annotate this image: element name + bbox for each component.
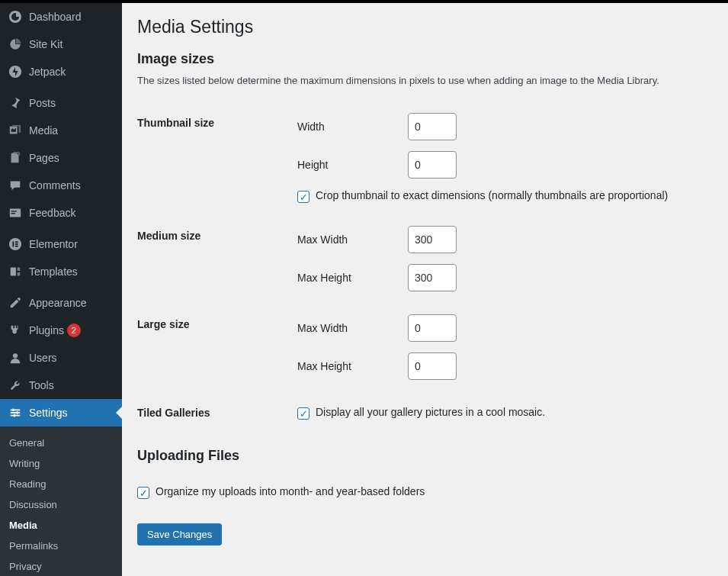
sidebar-item-posts[interactable]: Posts bbox=[0, 89, 122, 117]
organize-uploads-checkbox[interactable]: ✓ Organize my uploads into month- and ye… bbox=[137, 485, 713, 499]
sidebar-item-jetpack[interactable]: Jetpack bbox=[0, 58, 122, 85]
pages-icon bbox=[8, 150, 23, 166]
tiled-galleries-checkbox[interactable]: ✓ Display all your gallery pictures in a… bbox=[297, 406, 705, 420]
large-height-label: Max Height bbox=[297, 360, 408, 372]
sidebar-item-templates[interactable]: Templates bbox=[0, 258, 122, 285]
medium-heading: Medium size bbox=[137, 214, 290, 303]
sidebar-item-users[interactable]: Users bbox=[0, 344, 122, 372]
svg-rect-3 bbox=[11, 213, 15, 214]
templates-icon bbox=[8, 264, 23, 279]
large-width-input[interactable] bbox=[408, 314, 457, 342]
sidebar-item-appearance[interactable]: Appearance bbox=[0, 289, 122, 317]
admin-sidebar: Dashboard Site Kit Jetpack Posts Media P… bbox=[0, 0, 122, 576]
tiled-galleries-label: Display all your gallery pictures in a c… bbox=[316, 406, 545, 418]
submenu-privacy[interactable]: Privacy bbox=[0, 556, 122, 576]
checkbox-icon: ✓ bbox=[297, 191, 309, 203]
svg-rect-15 bbox=[14, 414, 15, 417]
svg-rect-14 bbox=[17, 411, 18, 414]
tools-icon bbox=[8, 378, 23, 393]
save-changes-button[interactable]: Save Changes bbox=[137, 523, 222, 545]
sidebar-label: Media bbox=[29, 124, 58, 137]
sidebar-item-plugins[interactable]: Plugins 2 bbox=[0, 317, 122, 344]
settings-icon bbox=[8, 405, 23, 420]
thumbnail-height-label: Height bbox=[297, 159, 408, 171]
sidebar-label: Appearance bbox=[29, 296, 87, 310]
thumbnail-height-input[interactable] bbox=[408, 151, 457, 179]
large-height-input[interactable] bbox=[408, 352, 457, 380]
sidebar-label: Feedback bbox=[29, 206, 75, 220]
page-title: Media Settings bbox=[137, 17, 713, 37]
svg-rect-13 bbox=[12, 409, 14, 412]
large-heading: Large size bbox=[137, 303, 290, 391]
large-width-label: Max Width bbox=[297, 322, 408, 334]
svg-rect-2 bbox=[11, 211, 17, 211]
form-table: Thumbnail size Width Height ✓ Crop thumb… bbox=[137, 101, 713, 434]
thumbnail-width-input[interactable] bbox=[408, 113, 457, 140]
svg-rect-8 bbox=[15, 246, 18, 247]
medium-width-input[interactable] bbox=[408, 226, 457, 253]
sitekit-icon bbox=[8, 37, 23, 52]
settings-submenu: General Writing Reading Discussion Media… bbox=[0, 426, 122, 576]
submenu-reading[interactable]: Reading bbox=[0, 474, 122, 494]
users-icon bbox=[8, 350, 23, 365]
pin-icon bbox=[8, 95, 23, 111]
medium-width-label: Max Width bbox=[297, 233, 408, 246]
submenu-discussion[interactable]: Discussion bbox=[0, 494, 122, 515]
content-area: Media Settings Image sizes The sizes lis… bbox=[122, 0, 728, 576]
submenu-permalinks[interactable]: Permalinks bbox=[0, 536, 122, 556]
image-sizes-description: The sizes listed below determine the max… bbox=[137, 75, 713, 86]
comments-icon bbox=[8, 178, 23, 193]
sidebar-item-elementor[interactable]: Elementor bbox=[0, 230, 122, 258]
organize-uploads-label: Organize my uploads into month- and year… bbox=[156, 485, 425, 497]
medium-height-label: Max Height bbox=[297, 272, 408, 284]
thumbnail-crop-checkbox[interactable]: ✓ Crop thumbnail to exact dimensions (no… bbox=[297, 189, 705, 203]
submenu-label: General bbox=[9, 437, 44, 449]
thumbnail-heading: Thumbnail size bbox=[137, 101, 290, 214]
sidebar-item-sitekit[interactable]: Site Kit bbox=[0, 31, 122, 58]
sidebar-item-media[interactable]: Media bbox=[0, 117, 122, 144]
admin-bar bbox=[0, 0, 728, 3]
medium-height-input[interactable] bbox=[408, 264, 457, 291]
sidebar-item-dashboard[interactable]: Dashboard bbox=[0, 3, 122, 31]
svg-rect-11 bbox=[11, 412, 21, 413]
appearance-icon bbox=[8, 295, 23, 311]
dashboard-icon bbox=[8, 9, 23, 24]
thumbnail-crop-label: Crop thumbnail to exact dimensions (norm… bbox=[316, 189, 668, 201]
sidebar-label: Site Kit bbox=[29, 37, 63, 51]
feedback-icon bbox=[8, 205, 23, 220]
sidebar-item-settings[interactable]: Settings bbox=[0, 399, 122, 426]
sidebar-label: Pages bbox=[29, 151, 59, 165]
sidebar-label: Posts bbox=[29, 96, 56, 110]
svg-rect-6 bbox=[15, 241, 18, 243]
tiled-heading: Tiled Galleries bbox=[137, 391, 290, 434]
sidebar-label: Dashboard bbox=[29, 10, 82, 24]
svg-rect-10 bbox=[11, 410, 21, 411]
submenu-label: Media bbox=[9, 520, 37, 531]
sidebar-label: Templates bbox=[29, 265, 78, 278]
submenu-writing[interactable]: Writing bbox=[0, 453, 122, 474]
submenu-label: Privacy bbox=[9, 561, 42, 572]
sidebar-label: Jetpack bbox=[29, 65, 66, 79]
sidebar-label: Comments bbox=[29, 179, 81, 192]
section-uploading-files: Uploading Files bbox=[137, 448, 713, 464]
plugins-icon bbox=[8, 323, 23, 338]
section-image-sizes: Image sizes bbox=[137, 51, 713, 67]
sidebar-label: Plugins bbox=[29, 323, 64, 337]
sidebar-item-feedback[interactable]: Feedback bbox=[0, 199, 122, 227]
thumbnail-width-label: Width bbox=[297, 121, 408, 133]
sidebar-label: Settings bbox=[29, 406, 68, 420]
sidebar-label: Users bbox=[29, 351, 57, 365]
svg-rect-5 bbox=[12, 241, 14, 246]
sidebar-item-tools[interactable]: Tools bbox=[0, 372, 122, 399]
checkbox-icon: ✓ bbox=[137, 487, 149, 499]
media-icon bbox=[8, 123, 23, 138]
elementor-icon bbox=[8, 237, 23, 252]
sidebar-item-pages[interactable]: Pages bbox=[0, 144, 122, 172]
checkbox-icon: ✓ bbox=[297, 407, 309, 420]
submenu-media[interactable]: Media bbox=[0, 515, 122, 536]
submenu-general[interactable]: General bbox=[0, 433, 122, 453]
sidebar-label: Tools bbox=[29, 378, 54, 392]
sidebar-item-comments[interactable]: Comments bbox=[0, 172, 122, 199]
submenu-label: Discussion bbox=[9, 499, 57, 510]
plugins-update-badge: 2 bbox=[67, 323, 81, 337]
